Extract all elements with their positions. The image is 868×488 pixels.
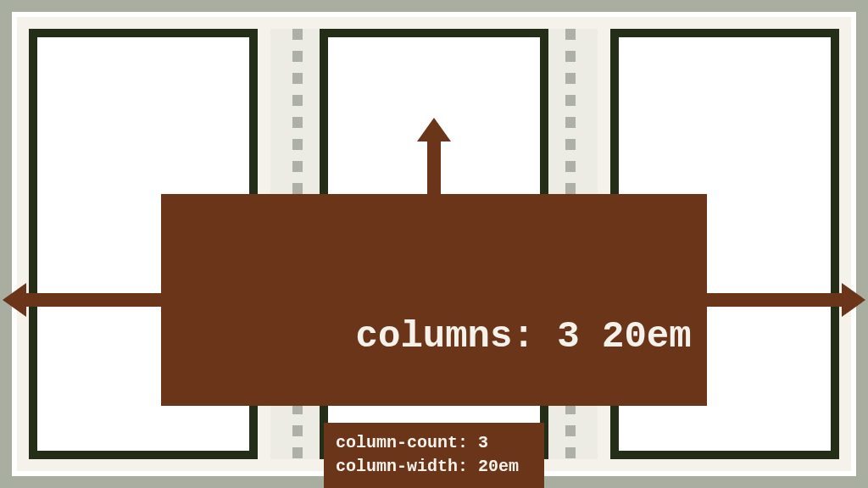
longhand-line-2: column-width: 20em — [336, 455, 532, 479]
annotation-overlay: columns: 3 20em column-count: 3 column-w… — [29, 194, 839, 488]
column-layout: columns: 3 20em column-count: 3 column-w… — [29, 29, 839, 459]
longhand-line-1: column-count: 3 — [336, 431, 532, 455]
arrow-left-icon — [21, 293, 161, 307]
shorthand-code-box: columns: 3 20em — [161, 194, 706, 406]
page-frame: columns: 3 20em column-count: 3 column-w… — [12, 12, 856, 476]
shorthand-code-text: columns: 3 20em — [356, 315, 692, 358]
arrow-right-icon — [707, 293, 847, 307]
longhand-code-box: column-count: 3 column-width: 20em — [324, 423, 544, 488]
